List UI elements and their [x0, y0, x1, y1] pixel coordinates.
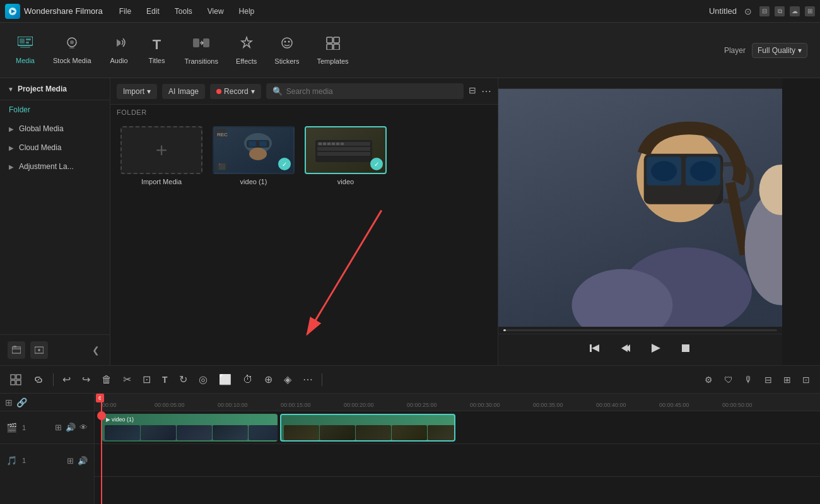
crop-btn[interactable]: ⊡ — [139, 371, 155, 388]
search-icon: 🔍 — [272, 86, 283, 96]
motion-btn[interactable]: ◎ — [195, 371, 211, 388]
undo-btn[interactable]: ↩ — [59, 371, 74, 388]
tl-settings-btn[interactable]: ⚙ — [701, 372, 717, 387]
video-volume-btn[interactable]: 🔊 — [66, 423, 76, 432]
playhead-number: 6 — [96, 394, 104, 402]
link-track-btn[interactable]: 🔗 — [16, 397, 27, 407]
play-button[interactable] — [647, 339, 664, 360]
video-eye-btn[interactable]: 👁 — [79, 423, 88, 432]
sidebar-cloud-label: Cloud Media — [19, 143, 61, 152]
toolbar-item-templates[interactable]: Templates — [308, 31, 357, 70]
menu-items: File Edit Tools View Help — [113, 4, 261, 18]
window-btn-4[interactable]: ⊞ — [805, 6, 815, 16]
toolbar-item-stickers[interactable]: Stickers — [266, 31, 308, 70]
svg-point-13 — [282, 38, 292, 48]
video-clip-1[interactable]: ▶ video (1) — [102, 414, 278, 442]
rotate-btn[interactable]: ↻ — [175, 371, 191, 388]
audio-add-btn[interactable]: ⊞ — [67, 456, 74, 466]
audio-volume-btn[interactable]: 🔊 — [78, 456, 88, 466]
import-button[interactable]: Import ▾ — [117, 84, 157, 99]
menu-help[interactable]: Help — [233, 4, 261, 18]
ai-image-button[interactable]: AI Image — [162, 84, 205, 99]
color-btn[interactable]: ◈ — [280, 371, 295, 388]
search-input[interactable] — [286, 87, 457, 96]
video-clip-2[interactable]: ▶ video — [280, 414, 455, 442]
add-media-btn[interactable] — [30, 341, 48, 359]
sidebar-bottom: ❮ — [0, 334, 110, 365]
tl-merge-btn[interactable]: ⊞ — [780, 372, 795, 387]
toolbar-item-transitions[interactable]: Transitions — [176, 31, 227, 70]
media-grid: + Import Media — [110, 120, 498, 192]
window-btn-1[interactable]: ⊟ — [759, 6, 770, 16]
tl-layout2-btn[interactable]: ⊟ — [761, 372, 776, 387]
menu-tools[interactable]: Tools — [168, 4, 199, 18]
tl-mic-btn[interactable]: 🎙 — [741, 372, 757, 387]
timeline-link-btn[interactable] — [29, 372, 48, 388]
tl-fullscreen-btn[interactable]: ⊡ — [799, 372, 814, 387]
timeline-layout-btn[interactable] — [6, 372, 25, 388]
arrow-container — [110, 192, 498, 365]
sidebar-item-cloud[interactable]: ▶ Cloud Media — [0, 138, 110, 157]
search-box: 🔍 — [266, 83, 464, 99]
video-2-item[interactable]: ✓ video — [305, 126, 387, 185]
menu-file[interactable]: File — [113, 4, 138, 18]
sidebar-item-adjustment[interactable]: ▶ Adjustment La... — [0, 157, 110, 176]
progress-bar[interactable] — [503, 329, 777, 331]
window-btn-3[interactable]: ☁ — [790, 6, 800, 16]
toolbar-item-media[interactable]: Media — [6, 32, 44, 69]
step-back-button[interactable] — [586, 339, 604, 360]
tl-shield-btn[interactable]: 🛡 — [720, 372, 737, 387]
svg-rect-10 — [193, 38, 199, 47]
project-media-header[interactable]: ▼ Project Media — [0, 78, 110, 100]
player-label: Player — [724, 46, 746, 55]
sidebar-item-global[interactable]: ▶ Global Media — [0, 119, 110, 138]
frame-back-button[interactable] — [616, 339, 634, 360]
filter-icon[interactable]: ⊟ — [469, 85, 476, 97]
freeze-btn[interactable]: ⬜ — [215, 371, 235, 388]
delete-btn[interactable]: 🗑 — [98, 372, 115, 388]
menu-edit[interactable]: Edit — [140, 4, 166, 18]
project-title: Untitled — [709, 6, 737, 16]
cut-btn[interactable]: ✂ — [119, 371, 135, 388]
preview-header — [498, 78, 782, 89]
toolbar-item-audio[interactable]: Audio — [100, 32, 138, 69]
svg-rect-63 — [11, 380, 15, 385]
toolbar-item-titles[interactable]: T Titles — [138, 32, 176, 69]
titles-icon: T — [153, 37, 161, 53]
timeline-area: ↩ ↪ 🗑 ✂ ⊡ T ↻ ◎ ⬜ ⏱ ⊕ ◈ ⋯ ⚙ 🛡 🎙 ⊟ ⊞ ⊡ ⊞ … — [0, 365, 820, 504]
stop-button[interactable] — [677, 339, 694, 360]
svg-rect-3 — [20, 38, 25, 44]
quality-dropdown[interactable]: Full Quality ▾ — [752, 43, 807, 58]
add-track-btn[interactable]: ⊞ — [5, 397, 13, 407]
menu-view[interactable]: View — [201, 4, 230, 18]
toolbar-item-stock[interactable]: Stock Media — [44, 32, 100, 69]
video-add-btn[interactable]: ⊞ — [55, 423, 62, 432]
svg-rect-38 — [327, 143, 331, 145]
timeline-ruler-and-tracks: 6 00:00 00:00:05:00 00:00:10:00 00:00:15… — [95, 394, 820, 504]
chevron-import-icon: ▾ — [147, 87, 151, 96]
preview-progress — [498, 327, 782, 334]
record-button[interactable]: Record ▾ — [210, 84, 261, 99]
import-media-item[interactable]: + Import Media — [120, 126, 202, 185]
text-btn[interactable]: T — [158, 372, 172, 387]
new-folder-btn[interactable] — [8, 341, 25, 359]
sidebar: ▼ Project Media Folder ▶ Global Media ▶ … — [0, 78, 110, 365]
audio-track-icon: 🎵 — [6, 455, 17, 466]
keyframe-btn[interactable]: ⊕ — [261, 371, 276, 388]
more-icon[interactable]: ⋯ — [481, 85, 491, 97]
redo-btn[interactable]: ↪ — [78, 371, 94, 388]
app-name-label: Wondershare Filmora — [24, 6, 103, 16]
tl-separator-1 — [53, 373, 54, 386]
sidebar-folder-item[interactable]: Folder — [0, 100, 110, 119]
sidebar-collapse-btn[interactable]: ❮ — [90, 343, 102, 358]
window-btn-2[interactable]: ⧉ — [775, 6, 785, 16]
media-toolbar: Import ▾ AI Image Record ▾ 🔍 ⊟ ⋯ — [110, 78, 498, 105]
svg-marker-12 — [242, 37, 252, 47]
timeline-content: ⊞ 🔗 🎬 1 ⊞ 🔊 👁 🎵 1 ⊞ 🔊 — [0, 394, 820, 504]
effects-label: Effects — [236, 57, 257, 65]
speed-btn[interactable]: ⏱ — [239, 372, 257, 388]
more-tl-btn[interactable]: ⋯ — [299, 371, 317, 388]
stickers-label: Stickers — [274, 57, 299, 65]
toolbar-item-effects[interactable]: Effects — [227, 31, 266, 70]
video-1-item[interactable]: REC ✓ ⬛ video (1) — [213, 126, 295, 185]
